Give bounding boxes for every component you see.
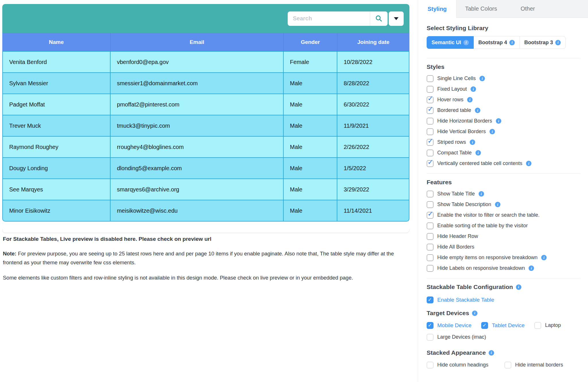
checkbox-row[interactable]: ✓Hover rowsi <box>427 94 581 105</box>
checkbox[interactable] <box>427 334 434 341</box>
table-cell: vbenford0@epa.gov <box>111 52 284 73</box>
checkbox-row[interactable]: Compact Tablei <box>427 148 581 158</box>
checkbox[interactable] <box>427 222 434 229</box>
info-icon[interactable]: i <box>495 202 500 207</box>
checkbox-row[interactable]: ✓Mobile Device <box>427 320 471 331</box>
info-icon[interactable]: i <box>467 97 473 102</box>
library-button-semantic-ui[interactable]: Semantic UIi <box>427 36 474 49</box>
table-cell: smessier1@domainmarket.com <box>111 73 284 94</box>
info-icon[interactable]: i <box>472 311 477 316</box>
panel-tabbar: Styling Table Colors Other <box>418 0 588 18</box>
checkbox-row[interactable]: Hide Vertical Bordersi <box>427 126 581 137</box>
checkbox[interactable] <box>504 362 511 369</box>
checkbox[interactable]: ✓ <box>427 96 434 103</box>
table-cell: Venita Benford <box>2 52 111 73</box>
table-cell: 10/28/2022 <box>337 52 409 73</box>
target-devices-heading: Target Devices i <box>427 310 581 317</box>
checkbox[interactable] <box>534 322 541 329</box>
checkbox[interactable] <box>427 244 434 251</box>
checkbox[interactable] <box>427 128 434 135</box>
checkbox-row[interactable]: Hide All Borders <box>427 242 581 252</box>
checkbox-row[interactable]: Show Table Titlei <box>427 189 581 199</box>
library-button-bootstrap-4[interactable]: Bootstrap 4i <box>474 36 520 49</box>
table-cell: Male <box>284 200 337 222</box>
tab-table-colors[interactable]: Table Colors <box>457 0 509 18</box>
info-icon[interactable]: i <box>496 118 501 124</box>
info-icon[interactable]: i <box>463 40 469 45</box>
checkbox[interactable] <box>427 362 434 369</box>
info-icon[interactable]: i <box>475 150 481 156</box>
check-icon: ✓ <box>428 159 433 166</box>
tab-styling[interactable]: Styling <box>418 0 456 18</box>
info-icon[interactable]: i <box>526 161 531 166</box>
checkbox-row[interactable]: Hide empty items on responsive breakdown… <box>427 252 581 263</box>
checkbox[interactable]: ✓ <box>427 107 434 114</box>
checkbox-row[interactable]: Hide internal borders <box>504 360 563 370</box>
info-icon[interactable]: i <box>471 86 476 92</box>
library-button-label: Bootstrap 3 <box>524 40 553 46</box>
table-row: Raymond Rougheyrroughey4@bloglines.comMa… <box>2 137 409 158</box>
checkbox-row[interactable]: ✓Striped rowsi <box>427 137 581 148</box>
search-group <box>288 11 404 26</box>
tab-other[interactable]: Other <box>509 0 546 18</box>
features-heading: Features <box>427 179 581 186</box>
design-mode-note: Some elements like custom filters and ro… <box>3 273 414 282</box>
checkbox-row[interactable]: Fixed Layouti <box>427 84 581 94</box>
checkbox-row[interactable]: Enable sorting of the table by the visit… <box>427 220 581 231</box>
checkbox-label: Vertically centered table cell contents <box>437 160 522 166</box>
search-input[interactable] <box>288 11 370 26</box>
checkbox-row[interactable]: Single Line Cellsi <box>427 73 581 84</box>
table-cell: 2/26/2022 <box>337 137 409 158</box>
checkbox-label: Hide Labels on responsive breakdown <box>437 265 525 271</box>
checkbox[interactable] <box>427 254 434 261</box>
checkbox-row[interactable]: Large Devices (imac) <box>427 332 581 342</box>
library-button-bootstrap-3[interactable]: Bootstrap 3i <box>520 36 566 49</box>
search-options-dropdown[interactable] <box>389 11 404 26</box>
checkbox[interactable] <box>427 233 434 240</box>
checkbox-row[interactable]: ✓Enable the visitor to filter or search … <box>427 210 581 220</box>
info-icon[interactable]: i <box>529 265 534 271</box>
checkbox[interactable]: ✓ <box>427 322 434 329</box>
checkbox-row[interactable]: ✓Tablet Device <box>481 320 525 331</box>
checkbox-row[interactable]: Hide Header Row <box>427 231 581 242</box>
info-icon[interactable]: i <box>479 76 485 81</box>
info-icon[interactable]: i <box>516 284 521 290</box>
checkbox[interactable] <box>427 191 434 197</box>
checkbox[interactable]: ✓ <box>481 322 488 329</box>
checkbox-row[interactable]: ✓Bordered tablei <box>427 105 581 116</box>
search-button[interactable] <box>370 11 388 26</box>
checkbox-row[interactable]: Hide Labels on responsive breakdowni <box>427 263 581 274</box>
checkbox[interactable]: ✓ <box>427 160 434 167</box>
table-row: See Marqyessmarqyes6@archive.orgMale3/29… <box>2 179 409 200</box>
checkbox-row[interactable]: Laptop <box>534 320 561 331</box>
info-icon[interactable]: i <box>475 108 480 113</box>
info-icon[interactable]: i <box>555 40 561 45</box>
checkbox[interactable]: ✓ <box>427 139 434 146</box>
column-header: Gender <box>284 33 337 52</box>
info-icon[interactable]: i <box>479 191 484 197</box>
checkbox-row[interactable]: Hide column headings <box>427 360 488 370</box>
checkbox[interactable] <box>427 265 434 272</box>
info-icon[interactable]: i <box>490 129 495 134</box>
checkbox[interactable] <box>427 118 434 125</box>
checkbox-row[interactable]: Show Table Descriptioni <box>427 199 581 210</box>
checkbox-row[interactable]: Hide Horizontal Bordersi <box>427 116 581 126</box>
checkbox[interactable] <box>427 201 434 208</box>
checkbox[interactable]: ✓ <box>427 296 434 303</box>
settings-panel: Styling Table Colors Other Select Stylin… <box>418 0 588 382</box>
info-icon[interactable]: i <box>541 255 547 260</box>
checkbox[interactable] <box>427 75 434 82</box>
checkbox[interactable]: ✓ <box>427 212 434 219</box>
info-icon[interactable]: i <box>470 139 475 145</box>
checkbox-label: Show Table Description <box>437 201 491 208</box>
note-text: For preview purpose, you are seeing up t… <box>3 251 394 265</box>
info-icon[interactable]: i <box>489 350 494 356</box>
chevron-down-icon <box>394 17 399 20</box>
checkbox[interactable] <box>427 150 434 156</box>
check-icon: ✓ <box>428 95 433 102</box>
checkbox-row[interactable]: ✓Enable Stackable Table <box>427 294 581 305</box>
info-icon[interactable]: i <box>509 40 515 45</box>
checkbox[interactable] <box>427 86 434 93</box>
checkbox-row[interactable]: ✓Vertically centered table cell contents… <box>427 158 581 169</box>
column-header: Joining date <box>337 33 409 52</box>
